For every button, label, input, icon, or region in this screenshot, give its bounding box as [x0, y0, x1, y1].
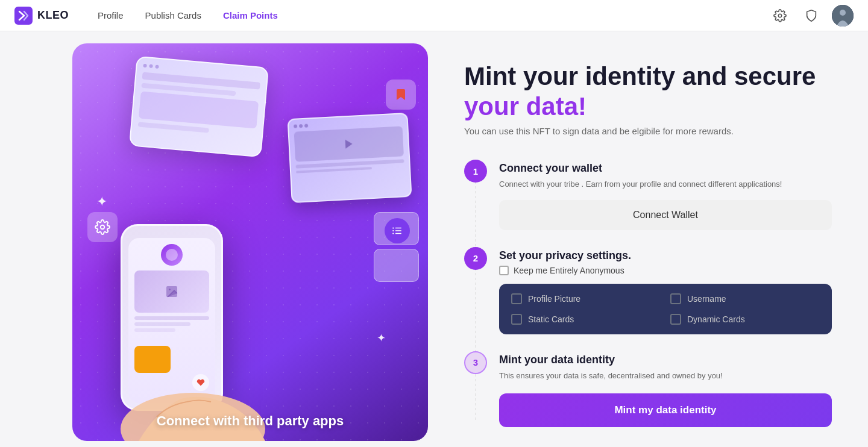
svg-point-16: [101, 225, 105, 230]
step-2-content: Set your privacy settings. Keep me Entir…: [499, 247, 832, 334]
step-3: 3 Mint your data identity This ensures y…: [464, 351, 832, 428]
dynamic-cards-checkbox[interactable]: [670, 314, 681, 325]
illustration-caption: Connect with third party apps: [72, 413, 428, 429]
gear-icon: [773, 9, 787, 22]
privacy-dynamic-cards[interactable]: Dynamic Cards: [670, 314, 820, 325]
right-content: Mint your identity and secure your data!…: [464, 43, 832, 444]
header: KLEO Profile Publish Cards Claim Points: [0, 0, 868, 31]
nav-publish-cards[interactable]: Publish Cards: [136, 7, 211, 24]
privacy-profile-picture[interactable]: Profile Picture: [511, 293, 661, 304]
logo[interactable]: KLEO: [14, 7, 69, 25]
anonymous-checkbox[interactable]: [499, 266, 509, 275]
svg-marker-6: [345, 139, 353, 149]
shield-icon: [805, 9, 818, 22]
dynamic-cards-label: Dynamic Cards: [687, 314, 745, 324]
main-phone-hand: [102, 170, 283, 441]
header-right: [769, 5, 854, 27]
floating-list-icon: [385, 218, 410, 243]
profile-picture-label: Profile Picture: [528, 294, 580, 304]
user-avatar[interactable]: [832, 5, 854, 27]
step-1-desc: Connect with your tribe . Earn from your…: [499, 178, 832, 190]
step-2-number: 2: [464, 247, 487, 270]
step-3-desc: This ensures your data is safe, decentra…: [499, 370, 832, 382]
settings-button[interactable]: [769, 5, 791, 27]
svg-point-14: [169, 289, 171, 290]
mint-button[interactable]: Mint my data identity: [499, 393, 832, 427]
logo-text: KLEO: [37, 9, 69, 22]
steps-container: 1 Connect your wallet Connect with your …: [464, 160, 832, 444]
step-1-number: 1: [464, 160, 487, 183]
svg-point-10: [392, 227, 394, 228]
step-3-content: Mint your data identity This ensures you…: [499, 351, 832, 428]
step-3-number: 3: [464, 351, 487, 374]
nav-profile[interactable]: Profile: [88, 7, 133, 24]
step-1: 1 Connect your wallet Connect with your …: [464, 160, 832, 230]
profile-picture-checkbox[interactable]: [511, 293, 522, 304]
tablet-right: [287, 113, 412, 203]
headline: Mint your identity and secure your data!: [464, 61, 832, 122]
svg-point-12: [392, 233, 394, 234]
step-2: 2 Set your privacy settings. Keep me Ent…: [464, 247, 832, 334]
kleo-logo-icon: [14, 7, 33, 25]
hero-illustration: ✦ ✦: [72, 43, 428, 441]
step-1-title: Connect your wallet: [499, 162, 832, 175]
svg-point-11: [392, 230, 394, 231]
anonymous-label: Keep me Entirely Anonymous: [514, 266, 624, 275]
main-nav: Profile Publish Cards Claim Points: [88, 7, 288, 24]
floating-bookmark: [386, 80, 416, 110]
step-1-content: Connect your wallet Connect with your tr…: [499, 160, 832, 230]
main-content: ✦ ✦: [0, 31, 868, 447]
shield-button[interactable]: [800, 5, 822, 27]
nav-claim-points[interactable]: Claim Points: [213, 7, 288, 24]
headline-line1: Mint your identity and secure: [464, 62, 816, 90]
hero-subtitle: You can use this NFT to sign data and be…: [464, 125, 832, 139]
floating-settings-icon: [87, 212, 118, 242]
headline-line2: your data!: [464, 92, 587, 120]
connect-wallet-button[interactable]: Connect Wallet: [499, 200, 832, 230]
star-decoration-2: ✦: [377, 331, 386, 345]
avatar-image: [832, 5, 854, 27]
step-2-title: Set your privacy settings.: [499, 249, 832, 262]
step-3-title: Mint your data identity: [499, 354, 832, 366]
svg-point-5: [840, 10, 846, 16]
username-checkbox[interactable]: [670, 293, 681, 304]
anonymous-row: Keep me Entirely Anonymous: [499, 266, 832, 275]
privacy-options-grid: Profile Picture Username Static Cards: [499, 284, 832, 334]
static-cards-label: Static Cards: [528, 314, 574, 324]
username-label: Username: [687, 294, 726, 304]
tablet-top: [129, 56, 269, 158]
privacy-username[interactable]: Username: [670, 293, 820, 304]
svg-point-1: [778, 14, 782, 17]
privacy-static-cards[interactable]: Static Cards: [511, 314, 661, 325]
static-cards-checkbox[interactable]: [511, 314, 522, 325]
